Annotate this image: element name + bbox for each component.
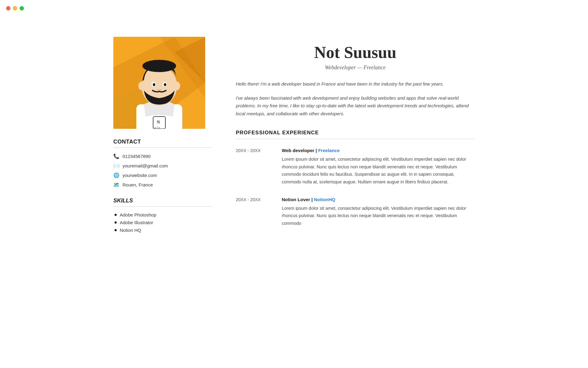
experience-title: PROFESSIONAL EXPERIENCE (236, 130, 475, 136)
experience-section: PROFESSIONAL EXPERIENCE 20XX - 20XX Web … (236, 130, 475, 227)
minimize-button[interactable] (13, 6, 17, 10)
contact-location: 🗺️ Rouen, France (113, 182, 211, 188)
skill-name: Adobe Illustrator (120, 220, 153, 225)
exp-company-link[interactable]: Freelance (318, 148, 340, 153)
svg-point-17 (174, 82, 180, 90)
maximize-button[interactable] (20, 6, 24, 10)
skills-title: SKILLS (113, 197, 211, 204)
location-value: Rouen, France (123, 182, 153, 187)
exp-job-title: Notion Lover | NotionHQ (282, 197, 475, 202)
profile-bio-2: I've always been fascinated with web dev… (236, 94, 475, 118)
traffic-lights (6, 6, 24, 10)
contact-section: CONTACT 📞 01234567890 ✉️ youremail@gmail… (113, 139, 211, 188)
exp-description: Lorem ipsum dolor sit amet, consectetur … (282, 155, 475, 186)
website-icon: 🌐 (113, 172, 119, 178)
skills-section: SKILLS Adobe PhotoshopAdobe IllustratorN… (113, 197, 211, 233)
email-icon: ✉️ (113, 163, 119, 169)
exp-content: Notion Lover | NotionHQ Lorem ipsum dolo… (282, 197, 475, 227)
svg-text:N: N (157, 120, 160, 125)
skill-bullet (115, 221, 117, 224)
skill-bullet (115, 214, 117, 216)
skill-bullet (115, 229, 117, 231)
experience-item: 20XX - 20XX Notion Lover | NotionHQ Lore… (236, 197, 475, 227)
skill-name: Notion HQ (120, 228, 141, 233)
svg-point-14 (153, 83, 155, 86)
exp-content: Web developer | Freelance Lorem ipsum do… (282, 148, 475, 186)
location-icon: 🗺️ (113, 182, 119, 188)
contact-divider (113, 148, 211, 148)
skills-divider (113, 206, 211, 207)
exp-description: Lorem ipsum dolor sit amet, consectetur … (282, 205, 475, 227)
website-value: yourwebsite.com (123, 173, 157, 178)
email-value: youremail@gmail.com (123, 163, 168, 168)
exp-dates: 20XX - 20XX (236, 148, 270, 186)
contact-title: CONTACT (113, 139, 211, 145)
close-button[interactable] (6, 6, 10, 10)
phone-value: 01234567890 (123, 154, 151, 159)
exp-company-link[interactable]: NotionHQ (314, 197, 335, 202)
exp-dates: 20XX - 20XX (236, 197, 270, 227)
experience-divider (236, 139, 475, 139)
profile-bio-1: Hello there! I'm a web developer based i… (236, 80, 475, 88)
exp-job-title: Web developer | Freelance (282, 148, 475, 153)
phone-icon: 📞 (113, 153, 119, 159)
experience-item: 20XX - 20XX Web developer | Freelance Lo… (236, 148, 475, 186)
profile-image: N </> (113, 37, 205, 129)
left-column: N </> (113, 37, 211, 238)
svg-point-16 (138, 82, 145, 90)
contact-phone: 📞 01234567890 (113, 153, 211, 159)
page-wrapper: N </> (95, 0, 493, 256)
svg-point-11 (142, 60, 176, 72)
svg-point-15 (164, 83, 166, 86)
skill-name: Adobe Photoshop (120, 212, 156, 217)
profile-title: Webdeveloper — Freelance (236, 64, 475, 71)
skill-item: Notion HQ (113, 228, 211, 233)
skills-list: Adobe PhotoshopAdobe IllustratorNotion H… (113, 212, 211, 233)
contact-email: ✉️ youremail@gmail.com (113, 163, 211, 169)
skill-item: Adobe Photoshop (113, 212, 211, 217)
contact-website: 🌐 yourwebsite.com (113, 172, 211, 178)
skill-item: Adobe Illustrator (113, 220, 211, 225)
profile-name: Not Suusuu (236, 43, 475, 62)
right-column: Not Suusuu Webdeveloper — Freelance Hell… (236, 37, 475, 238)
svg-text:</>: </> (154, 126, 160, 129)
experience-list: 20XX - 20XX Web developer | Freelance Lo… (236, 148, 475, 227)
